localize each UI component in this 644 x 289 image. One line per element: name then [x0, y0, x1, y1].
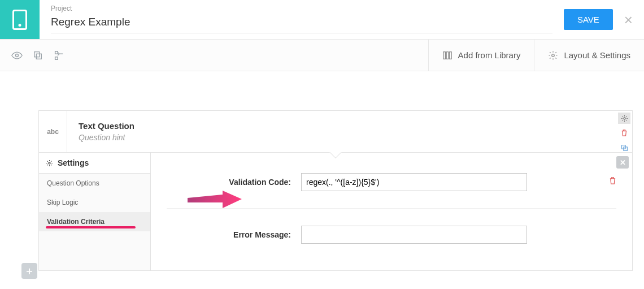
copy-stack-icon[interactable] — [33, 50, 43, 61]
gear-icon — [46, 159, 53, 167]
add-question-button[interactable]: ＋ — [21, 263, 37, 279]
delete-validation-trash-icon[interactable] — [609, 176, 616, 187]
close-icon[interactable]: × — [624, 12, 633, 27]
error-message-label: Error Message: — [167, 230, 291, 239]
app-logo[interactable] — [0, 0, 40, 39]
preview-eye-icon[interactable] — [11, 51, 23, 59]
svg-rect-5 — [449, 51, 451, 59]
svg-rect-2 — [36, 54, 41, 59]
settings-sidebar: Settings Question Options Skip Logic Val… — [39, 153, 151, 270]
sidebar-item-validation-criteria[interactable]: Validation Criteria — [39, 212, 150, 231]
svg-rect-4 — [446, 51, 449, 59]
duplicate-question-icon[interactable] — [618, 142, 630, 153]
phone-icon — [12, 10, 27, 30]
project-label: Project — [51, 5, 552, 12]
question-type-badge: abc — [39, 111, 67, 152]
question-settings-gear-icon[interactable] — [618, 113, 630, 124]
validation-code-label: Validation Code: — [167, 178, 291, 187]
settings-header-label: Settings — [58, 158, 89, 167]
sidebar-item-question-options[interactable]: Question Options — [39, 174, 150, 193]
question-title[interactable]: Text Question — [79, 121, 621, 131]
svg-point-11 — [49, 162, 50, 163]
svg-point-0 — [16, 54, 19, 57]
svg-point-6 — [552, 54, 555, 57]
error-message-input[interactable] — [301, 226, 527, 244]
validation-code-input[interactable] — [301, 173, 527, 191]
save-button[interactable]: SAVE — [564, 9, 613, 30]
add-from-library-label: Add from Library — [458, 50, 521, 60]
layout-settings-label: Layout & Settings — [564, 50, 630, 60]
group-icon[interactable] — [53, 50, 64, 61]
layout-settings-button[interactable]: Layout & Settings — [534, 40, 644, 71]
question-card: abc Text Question Question hint Settings — [38, 110, 633, 271]
question-hint[interactable]: Question hint — [79, 133, 621, 142]
gear-icon — [548, 50, 558, 61]
svg-point-7 — [623, 117, 625, 119]
sidebar-item-skip-logic[interactable]: Skip Logic — [39, 193, 150, 212]
close-settings-icon[interactable]: ✕ — [616, 156, 629, 169]
project-title-input[interactable] — [51, 14, 552, 33]
delete-question-trash-icon[interactable] — [618, 127, 630, 139]
svg-rect-3 — [443, 51, 445, 59]
svg-rect-1 — [34, 51, 40, 57]
add-from-library-button[interactable]: Add from Library — [428, 40, 534, 71]
library-icon — [442, 50, 452, 61]
